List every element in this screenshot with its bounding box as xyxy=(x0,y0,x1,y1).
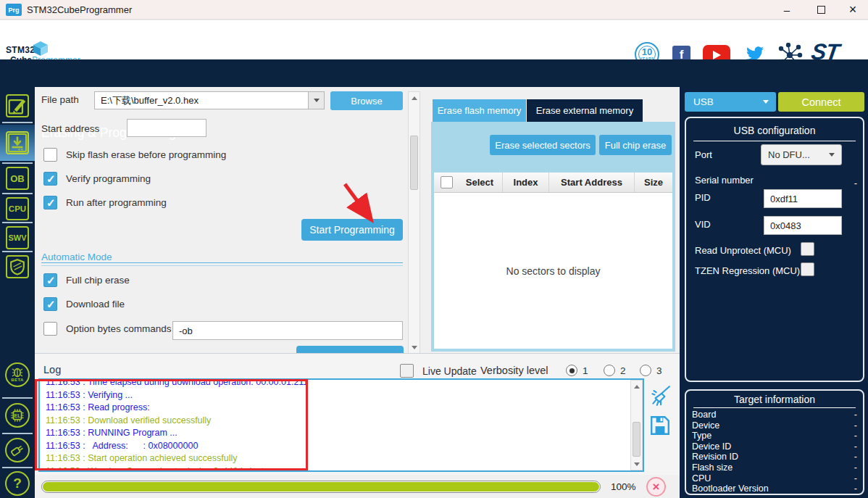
scrollbar-thumb[interactable] xyxy=(410,136,418,190)
log-line: 11:16:53 : RUNNING Program ... xyxy=(46,427,643,440)
port-dropdown[interactable]: No DFU... xyxy=(761,144,842,165)
verbosity-label-2: 2 xyxy=(620,365,626,376)
download-file-label: Download file xyxy=(66,299,125,310)
cancel-operation-button[interactable]: × xyxy=(646,477,666,497)
scroll-down-arrow[interactable] xyxy=(409,341,420,353)
verbosity-radio-1[interactable] xyxy=(566,365,577,376)
automatic-mode-title: Automatic Mode xyxy=(41,252,112,262)
file-path-combobox[interactable]: E:\下载\buffer_v2.0.hex xyxy=(94,91,325,109)
tzen-regression-label: TZEN Regression (MCU) xyxy=(695,265,800,276)
target-info-value: - xyxy=(854,441,857,452)
tab-erase-flash-memory[interactable]: Erase flash memory xyxy=(433,99,526,122)
verbosity-3-row: 3 xyxy=(640,365,662,376)
log-line: 11:16:53 : Address: : 0x08000000 xyxy=(46,440,643,453)
serial-number-label: Serial number xyxy=(695,175,754,186)
full-chip-erase-label: Full chip erase xyxy=(66,275,130,286)
browse-button[interactable]: Browse xyxy=(330,91,403,110)
minimize-button[interactable]: – xyxy=(772,0,802,20)
sidebar-item-security[interactable] xyxy=(6,255,29,278)
log-lines: 11:16:53 : Time elapsed during download … xyxy=(40,380,643,472)
log-scroll-down-arrow[interactable] xyxy=(631,458,642,470)
full-chip-erase-button[interactable]: Full chip erase xyxy=(599,135,672,155)
stm32cubeprogrammer-window: Prg STM32CubeProgrammer – × STM32 CubePr… xyxy=(0,0,868,498)
usb-configuration-panel: USB configuration Port No DFU... Serial … xyxy=(685,117,864,382)
target-info-row: Bootloader Version- xyxy=(692,484,857,494)
download-file-checkbox[interactable] xyxy=(43,297,57,311)
erase-selected-sectors-button[interactable]: Erase selected sectors xyxy=(490,135,596,155)
verify-programming-checkbox[interactable] xyxy=(43,172,57,186)
log-line: 11:16:53 : Read progress: xyxy=(46,402,643,415)
live-update-checkbox[interactable] xyxy=(400,364,414,378)
sectors-table-header: Select Index Start Address Size xyxy=(434,173,672,193)
verify-programming-label: Verify programming xyxy=(66,173,151,184)
target-info-value: - xyxy=(854,452,857,462)
skip-flash-erase-label: Skip flash erase before programming xyxy=(66,149,226,160)
tzen-regression-checkbox[interactable] xyxy=(801,262,814,276)
log-output-box[interactable]: 11:16:53 : Time elapsed during download … xyxy=(38,378,644,472)
log-scrollbar[interactable] xyxy=(630,380,643,470)
target-info-rows: Board-Device-Type-Device ID-Revision ID-… xyxy=(692,410,857,494)
verbosity-radio-3[interactable] xyxy=(640,365,651,376)
target-info-label: Board xyxy=(692,410,716,420)
log-line: 11:16:53 : Download verified successfull… xyxy=(46,415,643,428)
target-info-label: CPU xyxy=(692,473,711,484)
target-info-row: Revision ID- xyxy=(692,452,857,462)
save-log-floppy-icon[interactable] xyxy=(649,415,671,436)
target-info-value: - xyxy=(854,420,857,431)
usb-configuration-title: USB configuration xyxy=(686,125,863,136)
pid-input[interactable] xyxy=(764,189,842,208)
chevron-down-icon xyxy=(829,153,835,157)
select-all-checkbox[interactable] xyxy=(441,176,453,188)
panel-divider xyxy=(693,141,856,141)
run-after-programming-row: Run after programming xyxy=(43,196,167,209)
start-programming-button[interactable]: Start Programming xyxy=(301,219,403,241)
target-info-value: - xyxy=(854,462,857,473)
sidebar-item-help[interactable]: ? xyxy=(5,471,30,496)
file-path-dropdown-arrow[interactable] xyxy=(308,92,324,109)
left-sidebar: OB CPU SWV BETA EL xyxy=(0,87,35,498)
full-chip-erase-checkbox[interactable] xyxy=(43,273,57,287)
title-bar: Prg STM32CubeProgrammer – × xyxy=(0,0,868,20)
panel-divider xyxy=(693,407,856,408)
file-path-value: E:\下载\buffer_v2.0.hex xyxy=(95,94,308,107)
maximize-button[interactable] xyxy=(806,0,836,20)
option-bytes-input[interactable] xyxy=(172,321,403,340)
sidebar-item-fault-analyzer-beta[interactable]: BETA xyxy=(5,362,30,387)
log-scroll-up-arrow[interactable] xyxy=(631,381,642,392)
connect-button[interactable]: Connect xyxy=(778,92,864,112)
tab-erase-external-memory[interactable]: Erase external memory xyxy=(527,99,643,122)
verbosity-radio-2[interactable] xyxy=(604,365,615,376)
scroll-up-arrow[interactable] xyxy=(409,92,420,104)
target-info-row: Device ID- xyxy=(692,441,857,452)
read-unprotect-checkbox[interactable] xyxy=(801,242,814,256)
clear-log-broom-icon[interactable] xyxy=(648,384,672,407)
sidebar-item-memory-edit[interactable] xyxy=(6,94,29,117)
usb-dongle-icon xyxy=(9,442,25,458)
target-info-value: - xyxy=(854,484,857,494)
chevron-down-icon xyxy=(314,99,320,102)
target-information-title: Target information xyxy=(686,394,863,405)
target-info-label: Bootloader Version xyxy=(692,484,769,494)
sidebar-item-option-bytes[interactable]: OB xyxy=(6,167,29,190)
sidebar-item-erasing-programming[interactable] xyxy=(6,131,29,154)
skip-flash-erase-checkbox[interactable] xyxy=(43,148,57,162)
interface-dropdown[interactable]: USB xyxy=(685,92,776,112)
sidebar-item-external-loaders[interactable]: EL xyxy=(5,403,30,428)
option-bytes-checkbox[interactable] xyxy=(43,322,57,336)
full-chip-erase-row: Full chip erase xyxy=(43,273,130,287)
close-button[interactable]: × xyxy=(838,0,868,20)
sidebar-separator xyxy=(2,222,33,223)
youtube-play-glyph xyxy=(713,51,721,59)
run-after-programming-checkbox[interactable] xyxy=(43,196,57,209)
sidebar-item-cpu[interactable]: CPU xyxy=(6,197,29,220)
log-title: Log xyxy=(43,364,61,375)
sidebar-item-swv[interactable]: SWV xyxy=(6,226,29,249)
vid-input[interactable] xyxy=(764,216,842,235)
log-scrollbar-thumb[interactable] xyxy=(633,422,640,457)
clipped-button-partial[interactable] xyxy=(296,346,404,353)
no-sectors-message: No sectors to display xyxy=(434,265,672,277)
start-address-input[interactable] xyxy=(127,119,206,137)
shield-icon xyxy=(8,257,27,276)
left-panel-scrollbar[interactable] xyxy=(408,91,420,354)
sidebar-item-firmware-upgrade[interactable] xyxy=(5,438,30,462)
